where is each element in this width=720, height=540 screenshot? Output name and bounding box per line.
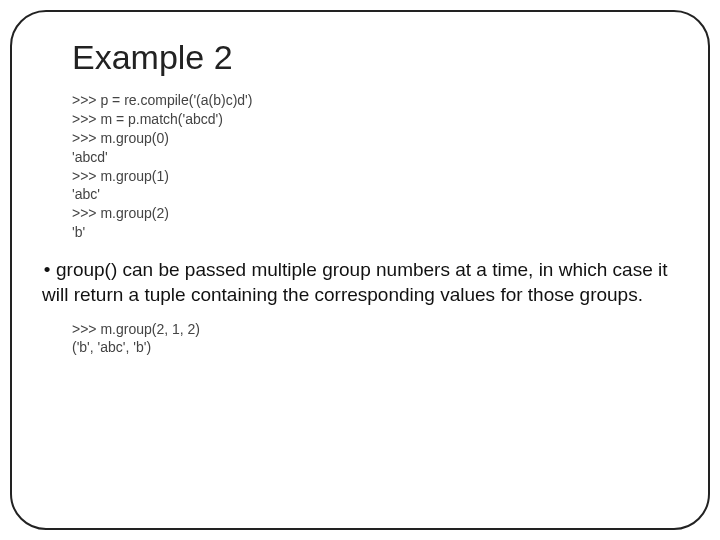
bullet-icon: • bbox=[42, 258, 52, 283]
code-block-2: >>> m.group(2, 1, 2) ('b', 'abc', 'b') bbox=[72, 320, 678, 358]
code-block-1: >>> p = re.compile('(a(b)c)d') >>> m = p… bbox=[72, 91, 678, 242]
bullet-paragraph: •group() can be passed multiple group nu… bbox=[42, 258, 678, 307]
slide-frame: Example 2 >>> p = re.compile('(a(b)c)d')… bbox=[10, 10, 710, 530]
bullet-text: group() can be passed multiple group num… bbox=[42, 259, 667, 305]
slide-title: Example 2 bbox=[72, 38, 678, 77]
